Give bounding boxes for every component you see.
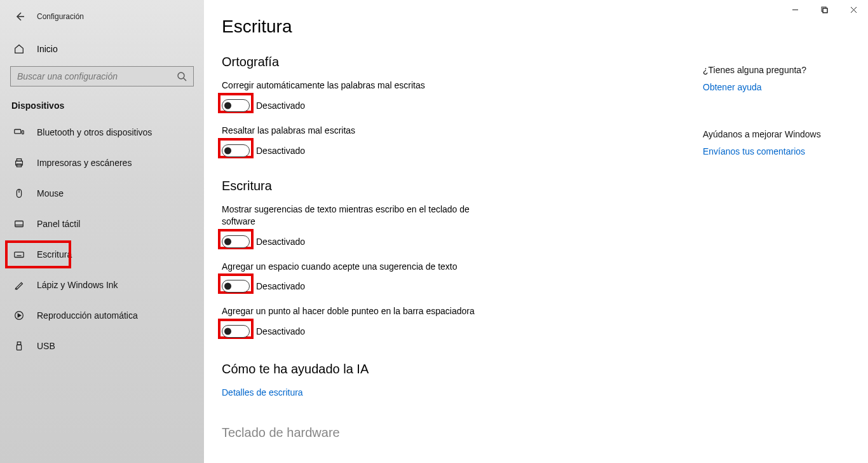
sidebar-item-autoplay[interactable]: Reproducción automática — [0, 300, 204, 331]
svg-rect-21 — [823, 8, 827, 13]
sidebar-item-label: Lápiz y Windows Ink — [37, 280, 118, 290]
link-get-help[interactable]: Obtener ayuda — [703, 82, 762, 92]
toggle-highlight-misspelled[interactable] — [222, 144, 250, 157]
toggle-state: Desactivado — [256, 100, 305, 111]
sidebar-item-label: Escritura — [37, 249, 72, 259]
setting-label: Corregir automáticamente las palabras ma… — [222, 79, 495, 92]
svg-rect-1 — [15, 130, 21, 134]
section-spelling: Ortografía — [222, 55, 679, 69]
svg-rect-4 — [17, 159, 21, 162]
svg-rect-2 — [22, 130, 24, 134]
maximize-button[interactable] — [810, 0, 839, 19]
toggle-state: Desactivado — [256, 146, 305, 156]
search-field[interactable] — [17, 71, 177, 81]
svg-rect-10 — [15, 252, 24, 257]
sidebar-item-label: Panel táctil — [37, 219, 80, 229]
feedback-question: Ayúdanos a mejorar Windows — [703, 129, 849, 139]
main-column: Escritura Ortografía Corregir automática… — [222, 17, 679, 463]
search-icon — [177, 71, 187, 81]
svg-point-0 — [178, 73, 184, 79]
toggle-row: Desactivado — [222, 233, 495, 251]
feedback-block: Ayúdanos a mejorar Windows Envíanos tus … — [703, 129, 849, 163]
toggle-state: Desactivado — [256, 281, 305, 291]
pen-icon — [13, 279, 25, 291]
section-hardware-keyboard: Teclado de hardware — [222, 425, 679, 440]
toggle-state: Desactivado — [256, 237, 305, 247]
setting-add-period: Agregar un punto al hacer doble punteo e… — [222, 305, 495, 340]
home-icon — [13, 43, 25, 55]
toggle-row: Desactivado — [222, 142, 495, 160]
aside: ¿Tienes alguna pregunta? Obtener ayuda A… — [703, 65, 849, 193]
mouse-icon — [13, 187, 25, 200]
toggle-autocorrect[interactable] — [222, 99, 250, 112]
window-controls — [780, 0, 868, 19]
sidebar-item-mouse[interactable]: Mouse — [0, 178, 204, 209]
sidebar-item-usb[interactable]: USB — [0, 331, 204, 361]
setting-label: Mostrar sugerencias de texto mientras es… — [222, 204, 495, 228]
settings-app: Configuración Inicio Dispositivos Blueto… — [0, 0, 868, 463]
link-typing-insights[interactable]: Detalles de escritura — [222, 387, 303, 397]
link-send-feedback[interactable]: Envíanos tus comentarios — [703, 146, 805, 156]
sidebar-nav: Bluetooth y otros dispositivos Impresora… — [0, 117, 204, 361]
toggle-knob — [224, 328, 231, 335]
back-icon[interactable] — [14, 11, 25, 22]
sidebar-item-label: Reproducción automática — [37, 310, 138, 321]
help-block: ¿Tienes alguna pregunta? Obtener ayuda — [703, 65, 849, 99]
toggle-knob — [224, 102, 231, 109]
close-button[interactable] — [839, 0, 868, 19]
bluetooth-icon — [13, 126, 25, 139]
section-ai: Cómo te ha ayudado la IA — [222, 362, 679, 377]
setting-text-suggestions: Mostrar sugerencias de texto mientras es… — [222, 204, 495, 251]
sidebar-item-label: Bluetooth y otros dispositivos — [37, 127, 152, 137]
autoplay-icon — [13, 309, 25, 322]
setting-label: Resaltar las palabras mal escritas — [222, 125, 495, 137]
usb-icon — [13, 340, 25, 352]
toggle-state: Desactivado — [256, 326, 305, 336]
svg-rect-18 — [17, 345, 21, 350]
sidebar-item-bluetooth[interactable]: Bluetooth y otros dispositivos — [0, 117, 204, 148]
sidebar-item-pen[interactable]: Lápiz y Windows Ink — [0, 270, 204, 300]
help-question: ¿Tienes alguna pregunta? — [703, 65, 849, 75]
toggle-row: Desactivado — [222, 97, 495, 114]
sidebar-item-label: Impresoras y escáneres — [37, 158, 132, 168]
sidebar-item-touchpad[interactable]: Panel táctil — [0, 209, 204, 239]
sidebar-item-typing[interactable]: Escritura — [0, 239, 204, 270]
keyboard-icon — [13, 248, 25, 261]
toggle-add-space[interactable] — [222, 280, 250, 293]
toggle-row: Desactivado — [222, 322, 495, 340]
setting-add-space: Agregar un espacio cuando acepte una sug… — [222, 261, 495, 296]
window-title: Configuración — [37, 12, 84, 21]
section-typing: Escritura — [222, 179, 679, 193]
sidebar-item-printers[interactable]: Impresoras y escáneres — [0, 148, 204, 178]
sidebar-item-label: USB — [37, 341, 55, 351]
toggle-knob — [224, 147, 231, 154]
sidebar-category: Dispositivos — [0, 86, 204, 117]
toggle-knob — [224, 238, 231, 245]
setting-label: Agregar un punto al hacer doble punteo e… — [222, 305, 495, 317]
sidebar-item-label: Mouse — [37, 188, 64, 198]
search-input[interactable] — [10, 66, 194, 86]
sidebar: Configuración Inicio Dispositivos Blueto… — [0, 0, 204, 463]
sidebar-home-label: Inicio — [37, 44, 58, 54]
printer-icon — [13, 156, 25, 169]
sidebar-home[interactable]: Inicio — [0, 37, 204, 61]
toggle-row: Desactivado — [222, 277, 495, 295]
toggle-add-period[interactable] — [222, 325, 250, 338]
toggle-knob — [224, 283, 231, 290]
setting-label: Agregar un espacio cuando acepte una sug… — [222, 261, 495, 273]
page-title: Escritura — [222, 17, 679, 37]
svg-rect-17 — [17, 342, 20, 345]
toggle-text-suggestions[interactable] — [222, 235, 250, 248]
setting-autocorrect: Corregir automáticamente las palabras ma… — [222, 79, 495, 114]
content-area: Escritura Ortografía Corregir automática… — [204, 0, 868, 463]
minimize-button[interactable] — [780, 0, 810, 19]
titlebar: Configuración — [0, 4, 204, 25]
touchpad-icon — [13, 218, 25, 230]
svg-rect-8 — [15, 221, 24, 227]
setting-highlight-misspelled: Resaltar las palabras mal escritas Desac… — [222, 125, 495, 160]
